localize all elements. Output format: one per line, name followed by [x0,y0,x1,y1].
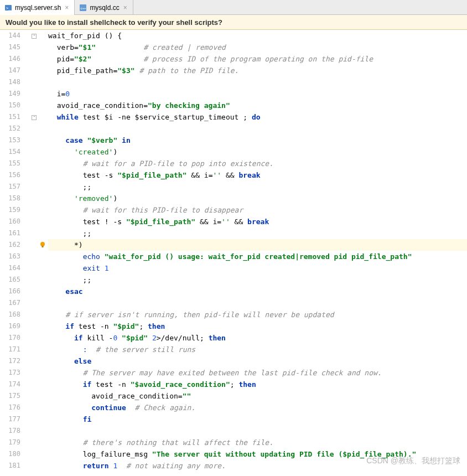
code-line[interactable]: pid="$2" # process ID of the program ope… [48,53,467,65]
code-line[interactable]: wait_for_pid () { [48,30,467,42]
token-op [48,136,65,144]
code-line[interactable]: ;; [48,181,467,193]
token-num: 2 [152,334,157,342]
code-line[interactable]: ;; [48,274,467,286]
code-line[interactable]: if test -n "$pid"; then [48,320,467,332]
code-line[interactable]: # if server isn't running, then pid-file… [48,309,467,320]
lightbulb-icon[interactable] [39,241,46,249]
line-number-gutter: 1441451461471481491501511521531541551561… [0,30,30,476]
code-line[interactable]: i=0 [48,88,467,100]
line-number: 153 [0,134,30,146]
token-op [117,462,126,470]
token-op [48,159,83,168]
code-line[interactable] [48,425,467,437]
token-op [48,287,65,296]
gutter-icon-cell [38,204,48,216]
code-line[interactable]: fi [48,413,467,425]
tab-mysql-server-sh[interactable]: >_mysql.server.sh× [0,0,75,15]
code-line[interactable]: avoid_race_condition="" [48,390,467,402]
code-line[interactable]: test -s "$pid_file_path" && i='' && brea… [48,169,467,181]
line-number: 158 [0,193,30,204]
tab-mysqld-cc[interactable]: c++mysqld.cc× [75,0,133,15]
gutter-icon-cell [38,227,48,239]
svg-rect-5 [42,246,44,247]
code-line[interactable]: : # the server still runs [48,344,467,355]
gutter-icon-cell [38,355,48,367]
install-shellcheck-banner[interactable]: Would you like to install shellcheck to … [0,15,467,30]
token-op [48,403,91,412]
code-line[interactable]: if kill -0 "$pid" 2>/dev/null; then [48,332,467,344]
token-op [48,113,57,121]
gutter-icon-cell [38,460,48,472]
code-line[interactable]: if test -n "$avoid_race_condition"; then [48,379,467,390]
fold-toggle[interactable] [30,30,38,42]
code-line[interactable]: while test $i -ne $service_startup_timeo… [48,111,467,123]
line-number: 165 [0,274,30,286]
gutter-icon-cell [38,193,48,204]
close-tab-icon[interactable]: × [64,4,70,12]
token-str: "$pid" [122,334,148,342]
code-line[interactable]: 'removed') [48,193,467,204]
token-str2: '' [221,218,230,226]
code-line[interactable]: case "$verb" in [48,134,467,146]
token-str: "by checking again" [148,101,230,110]
code-line[interactable]: # wait for this PID-file to disappear [48,204,467,216]
gutter-icon-cell [38,158,48,169]
fold-spacer [30,42,38,53]
fold-spacer [30,123,38,134]
fold-spacer [30,286,38,297]
line-number: 157 [0,181,30,193]
token-op [48,252,83,261]
token-kw: if [74,334,83,342]
fold-spacer [30,88,38,100]
code-line[interactable]: ;; [48,227,467,239]
code-line[interactable]: # wait for a PID-file to pop into existe… [48,158,467,169]
code-line[interactable]: avoid_race_condition="by checking again" [48,100,467,111]
code-line[interactable] [48,76,467,88]
fold-spacer [30,413,38,425]
token-op [48,43,57,51]
token-fn: test [83,171,100,179]
code-line[interactable]: continue # Check again. [48,402,467,413]
code-area[interactable]: wait_for_pid () { verb="$1" # created | … [48,30,467,476]
code-line[interactable]: test ! -s "$pid_file_path" && i='' && br… [48,216,467,227]
code-line[interactable]: else [48,355,467,367]
token-op [48,334,74,342]
code-line[interactable]: log_failure_msg "The server quit without… [48,448,467,460]
line-number: 177 [0,413,30,425]
gutter-icon-cell [38,30,48,42]
code-line[interactable]: echo "wait_for_pid () usage: wait_for_pi… [48,251,467,262]
code-editor[interactable]: 1441451461471481491501511521531541551561… [0,30,467,476]
fold-spacer [30,402,38,413]
code-line[interactable]: *) [48,239,467,251]
fold-spacer [30,274,38,286]
fold-spacer [30,227,38,239]
svg-text:>_: >_ [6,6,11,11]
code-line[interactable]: exit 1 [48,262,467,274]
code-line[interactable]: esac [48,286,467,297]
code-line[interactable] [48,123,467,134]
code-line[interactable] [48,297,467,309]
gutter-icon-cell [38,320,48,332]
code-line[interactable]: # The server may have exited between the… [48,367,467,379]
token-op: ) [113,148,117,156]
code-line[interactable]: verb="$1" # created | removed [48,42,467,53]
gutter-icon-cell [38,88,48,100]
fold-spacer [30,100,38,111]
gutter-icon-cell [38,53,48,65]
code-line[interactable]: # there's nothing that will affect the f… [48,437,467,448]
token-cmt: # the server still runs [96,345,195,354]
token-op [96,43,143,51]
line-number: 147 [0,65,30,76]
close-tab-icon[interactable]: × [122,4,128,12]
token-op [48,311,65,319]
token-str: "$3" [117,66,134,75]
token-str: "$2" [74,55,91,63]
code-line[interactable]: return 1 # not waiting any more. [48,460,467,472]
token-kw: esac [65,287,82,296]
fold-toggle[interactable] [30,111,38,123]
token-op: && [186,171,204,179]
fold-spacer [30,193,38,204]
code-line[interactable]: 'created') [48,146,467,158]
code-line[interactable]: pid_file_path="$3" # path to the PID fil… [48,65,467,76]
